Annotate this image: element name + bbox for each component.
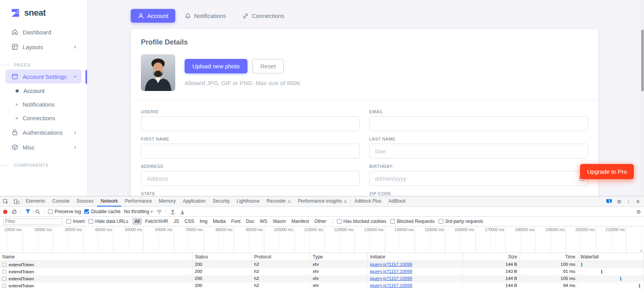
tab-notifications[interactable]: Notifications [178,9,233,23]
devtools-tab-application[interactable]: Application [179,196,209,207]
sidebar-item-account-settings[interactable]: Account Settings › [5,69,82,84]
sidebar-item-notifications[interactable]: Notifications [5,98,82,111]
third-party-requests-checkbox[interactable]: 3rd-party requests [439,219,483,224]
address-input[interactable] [141,171,360,186]
filter-type-manifest[interactable]: Manifest [289,218,311,225]
sidebar-item-account[interactable]: Account [5,84,82,97]
upgrade-to-pro-button[interactable]: Upgrade to Pro [580,164,634,179]
device-toolbar-icon[interactable] [11,196,22,207]
devtools-tab-console[interactable]: Console [49,196,73,207]
settings-gear-icon[interactable]: ⚙ [617,199,621,204]
column-header-type[interactable]: Type [310,253,368,261]
waterfall-bar [601,270,602,274]
brand[interactable]: sneat [0,0,87,23]
clear-network-log-icon[interactable] [11,209,17,214]
row-checkbox[interactable] [2,284,6,288]
first-name-input[interactable] [141,144,360,159]
filter-funnel-icon[interactable] [25,209,31,214]
email-input[interactable] [369,116,588,131]
bullet-dot [16,103,18,106]
reset-photo-button[interactable]: Reset [252,59,284,73]
preserve-log-checkbox[interactable]: Preserve log [48,209,81,214]
has-blocked-cookies-checkbox[interactable]: Has blocked cookies [337,219,386,224]
gridline [204,226,204,253]
sidebar-item-misc[interactable]: Misc › [5,140,82,154]
timeline-tick-label: 180000 ms [515,228,534,232]
blocked-requests-checkbox[interactable]: Blocked Requests [390,219,435,224]
experiment-icon: ⚠ [287,199,291,203]
network-request-row[interactable]: extendToken200h2xhrjquery.js?1157:100991… [0,261,644,268]
sidebar-item-layouts[interactable]: Layouts › [5,40,82,54]
timeline-tick-label: 150000 ms [425,228,444,232]
devtools-tab-adblock[interactable]: AdBlock [385,196,409,207]
column-header-initiator[interactable]: Initiator [368,253,463,261]
column-header-time[interactable]: Time [520,253,578,261]
filter-type-ws[interactable]: WS [258,218,270,225]
console-messages-badge[interactable]: 1 [606,199,612,204]
record-network-log-icon[interactable] [3,210,7,214]
devtools-tab-security[interactable]: Security [209,196,233,207]
devtools-tab-network[interactable]: Network [97,196,121,207]
column-header-waterfall[interactable]: Waterfall [578,253,644,261]
column-header-size[interactable]: Size [463,253,520,261]
invert-checkbox[interactable]: Invert [66,219,85,224]
sidebar-item-authentications[interactable]: Authentications › [5,125,82,139]
export-har-icon[interactable] [180,209,186,214]
search-icon[interactable] [34,209,41,214]
network-request-row[interactable]: extendToken200h2xhrjquery.js?1157:100991… [0,282,644,289]
column-header-name[interactable]: Name [0,253,192,261]
initiator-link[interactable]: jquery.js?1157:10099 [370,276,412,281]
network-settings-gear-icon[interactable]: ⚙ [636,209,641,214]
devtools-tab-performance-insights[interactable]: Performance insights⚠ [294,196,350,207]
userid-input[interactable] [141,116,360,131]
filter-type-img[interactable]: Img [197,218,210,225]
tab-account[interactable]: Account [131,9,175,23]
filter-type-other[interactable]: Other [312,218,329,225]
filter-type-fetch-xhr[interactable]: Fetch/XHR [143,218,171,225]
network-request-row[interactable]: extendToken200h2xhrjquery.js?1157:100991… [0,275,644,282]
network-conditions-icon[interactable] [156,209,162,214]
last-name-input[interactable] [369,144,588,159]
birthday-input[interactable] [369,171,588,186]
filter-type-font[interactable]: Font [229,218,243,225]
sidebar-item-connections[interactable]: Connections [5,112,82,125]
upload-photo-button[interactable]: Upload new photo [185,59,247,73]
initiator-link[interactable]: jquery.js?1157:10099 [370,262,412,267]
page-scrollbar[interactable] [641,0,644,196]
disable-cache-checkbox[interactable]: Disable cache [84,209,120,214]
devtools-tab-performance[interactable]: Performance [121,196,155,207]
close-devtools-icon[interactable]: ✕ [636,199,640,204]
column-header-status[interactable]: Status [192,253,252,261]
row-checkbox[interactable] [2,263,6,267]
initiator-link[interactable]: jquery.js?1157:10099 [370,283,412,288]
filter-type-css[interactable]: CSS [182,218,197,225]
devtools-tab-recorder[interactable]: Recorder⚠ [263,196,294,207]
devtools-tab-sources[interactable]: Sources [73,196,97,207]
initiator-link[interactable]: jquery.js?1157:10099 [370,269,412,274]
devtools-tab-memory[interactable]: Memory [155,196,179,207]
row-checkbox[interactable] [2,277,6,281]
filter-type-js[interactable]: JS [171,218,181,225]
devtools-tab-elements[interactable]: Elements [22,196,49,207]
filter-type-wasm[interactable]: Wasm [270,218,288,225]
devtools-tab-lighthouse[interactable]: Lighthouse [233,196,263,207]
filter-type-media[interactable]: Media [210,218,228,225]
tab-connections[interactable]: Connections [235,9,291,23]
network-request-row[interactable]: extendToken200h2xhrjquery.js?1157:100991… [0,268,644,275]
filter-type-doc[interactable]: Doc [244,218,256,225]
scrollbar-thumb[interactable] [641,30,644,91]
column-header-protocol[interactable]: Protocol [252,253,310,261]
timeline-ruler[interactable]: ▲ 10000 ms20000 ms30000 ms40000 ms50000 … [0,226,644,253]
row-checkbox[interactable] [2,270,6,274]
throttling-select[interactable]: No throttling ▾ [124,209,153,214]
filter-type-all[interactable]: All [132,218,142,225]
more-options-icon[interactable]: ⋮ [626,199,631,204]
devtools-tab-adblock-plus[interactable]: Adblock Plus [351,196,385,207]
link-icon [242,13,249,19]
network-filter-input[interactable] [3,218,62,225]
gridline [324,226,325,253]
hide-data-urls-checkbox[interactable]: Hide data URLs [89,219,128,224]
inspect-element-icon[interactable] [0,196,11,207]
sidebar-item-dashboard[interactable]: Dashboard [5,25,82,39]
import-har-icon[interactable] [170,209,176,214]
